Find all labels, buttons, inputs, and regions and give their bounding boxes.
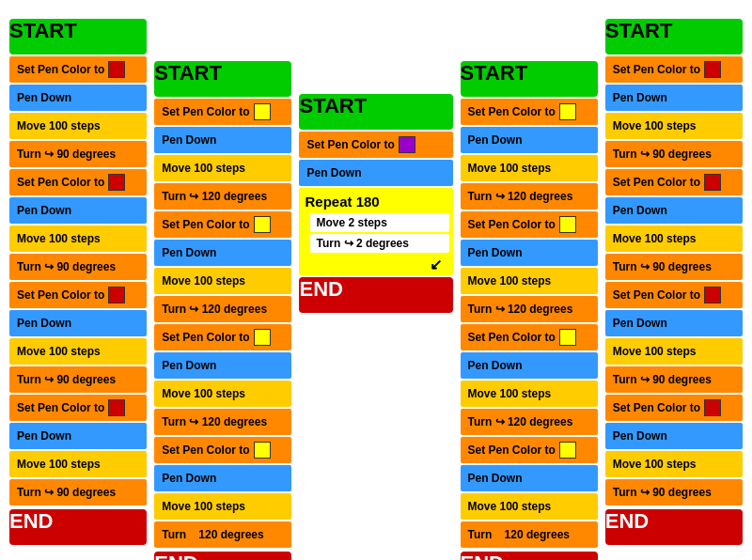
set-pen-color-2-1: Set Pen Color to: [154, 99, 291, 125]
set-pen-color-4-2: Set Pen Color to: [461, 211, 598, 238]
set-pen-color-2-4: Set Pen Color to: [154, 437, 291, 463]
move-100-4-2: Move 100 steps: [461, 268, 598, 294]
color-swatch-red: [108, 61, 125, 78]
set-pen-color-2-3: Set Pen Color to: [154, 324, 291, 350]
turn-90-1: Turn ↪ 90 degrees: [9, 141, 147, 167]
color-swatch-red-3: [108, 287, 125, 303]
set-pen-color-5-1: Set Pen Color to: [605, 56, 743, 83]
color-swatch-4-yellow-1: [559, 103, 576, 120]
set-pen-color-3: Set Pen Color to: [9, 282, 147, 308]
turn-120-2-1: Turn ↪ 120 degrees: [154, 183, 291, 210]
move-100-2-2: Move 100 steps: [154, 268, 291, 294]
pen-down-2-2: Pen Down: [154, 240, 291, 266]
turn-90-5-1: Turn ↪ 90 degrees: [605, 141, 743, 167]
program-3-center: START Set Pen Color to Pen Down Repeat 1…: [299, 94, 452, 313]
color-swatch-red-4: [108, 399, 125, 416]
end-block-3: END: [299, 277, 452, 313]
set-pen-color-5-3: Set Pen Color to: [605, 282, 743, 308]
set-pen-color-4-1: Set Pen Color to: [461, 99, 598, 125]
set-pen-color-5-4: Set Pen Color to: [605, 395, 743, 421]
move-100-4-1: Move 100 steps: [461, 155, 598, 181]
pen-down-4-1: Pen Down: [461, 127, 598, 153]
turn-90-3: Turn ↪ 90 degrees: [9, 366, 147, 393]
end-block-2: END: [154, 552, 291, 560]
move-100-2-4: Move 100 steps: [154, 493, 291, 520]
move-100-2-3: Move 100 steps: [154, 381, 291, 407]
pen-down-3: Pen Down: [9, 310, 147, 336]
set-pen-color-4: Set Pen Color to: [9, 395, 147, 421]
start-block-5: START: [605, 19, 743, 54]
end-block-4: END: [461, 552, 598, 560]
color-swatch-4-yellow-2: [559, 216, 576, 233]
pen-down-5-1: Pen Down: [605, 85, 743, 111]
repeat-header: Repeat 180: [303, 192, 448, 211]
turn-120-4-2: Turn ↪ 120 degrees: [461, 296, 598, 322]
set-pen-color-4-4: Set Pen Color to: [461, 437, 598, 463]
turn-90-5-4: Turn ↪ 90 degrees: [605, 479, 743, 506]
start-block-2: START: [154, 61, 291, 97]
color-swatch-5-red-1: [704, 61, 721, 78]
set-pen-color-1: Set Pen Color to: [9, 56, 147, 83]
turn-120-2-4: Turn 120 degrees: [154, 521, 291, 548]
move-100-3: Move 100 steps: [9, 338, 147, 365]
pen-down-5-3: Pen Down: [605, 310, 743, 336]
turn-120-4-4: Turn 120 degrees: [461, 521, 598, 548]
pen-down-2-4: Pen Down: [154, 465, 291, 491]
pen-down-2-1: Pen Down: [154, 127, 291, 153]
pen-down-1: Pen Down: [9, 85, 147, 111]
move-100-4: Move 100 steps: [9, 451, 147, 477]
color-swatch-yellow-4: [254, 442, 271, 459]
start-block-1: START: [9, 19, 147, 54]
color-swatch-yellow-1: [254, 103, 271, 120]
set-pen-color-2: Set Pen Color to: [9, 169, 147, 195]
program-4: START Set Pen Color to Pen Down Move 100…: [461, 61, 598, 560]
move-100-2-1: Move 100 steps: [154, 155, 291, 181]
end-block-5: END: [605, 509, 743, 545]
color-swatch-yellow-2: [254, 216, 271, 233]
turn-90-4: Turn ↪ 90 degrees: [9, 479, 147, 506]
pen-down-2: Pen Down: [9, 197, 147, 224]
turn-90-5-2: Turn ↪ 90 degrees: [605, 254, 743, 280]
canvas: START Set Pen Color to Pen Down Move 100…: [0, 0, 752, 560]
color-swatch-red-2: [108, 174, 125, 191]
move-100-2: Move 100 steps: [9, 226, 147, 252]
move-100-1: Move 100 steps: [9, 113, 147, 139]
pen-down-2-3: Pen Down: [154, 352, 291, 379]
color-swatch-5-red-2: [704, 174, 721, 191]
color-swatch-5-red-3: [704, 287, 721, 303]
turn-90-2: Turn ↪ 90 degrees: [9, 254, 147, 280]
move-100-4-4: Move 100 steps: [461, 493, 598, 520]
end-block-1: END: [9, 509, 147, 545]
pen-down-3-1: Pen Down: [299, 160, 452, 186]
start-block-4: START: [461, 61, 598, 97]
move-100-4-3: Move 100 steps: [461, 381, 598, 407]
set-pen-color-3-1: Set Pen Color to: [299, 132, 452, 158]
pen-down-5-2: Pen Down: [605, 197, 743, 224]
pen-down-4-3: Pen Down: [461, 352, 598, 379]
repeat-end-cap: ↙: [303, 255, 448, 273]
move-2: Move 2 steps: [310, 213, 448, 232]
move-100-5-1: Move 100 steps: [605, 113, 743, 139]
program-2: START Set Pen Color to Pen Down Move 100…: [154, 61, 291, 560]
set-pen-color-4-3: Set Pen Color to: [461, 324, 598, 350]
repeat-container: Repeat 180 Move 2 steps Turn ↪ 2 degrees…: [299, 188, 452, 275]
turn-90-5-3: Turn ↪ 90 degrees: [605, 366, 743, 393]
turn-2: Turn ↪ 2 degrees: [310, 234, 448, 253]
pen-down-4-4: Pen Down: [461, 465, 598, 491]
pen-down-5-4: Pen Down: [605, 423, 743, 449]
color-swatch-purple: [399, 136, 415, 153]
move-100-5-2: Move 100 steps: [605, 226, 743, 252]
start-block-3: START: [299, 94, 452, 130]
program-1: START Set Pen Color to Pen Down Move 100…: [9, 19, 147, 545]
color-swatch-4-yellow-3: [559, 329, 576, 346]
program-5: START Set Pen Color to Pen Down Move 100…: [605, 19, 743, 545]
color-swatch-yellow-3: [254, 329, 271, 346]
turn-120-4-1: Turn ↪ 120 degrees: [461, 183, 598, 210]
turn-120-4-3: Turn ↪ 120 degrees: [461, 409, 598, 435]
set-pen-color-2-2: Set Pen Color to: [154, 211, 291, 238]
move-100-5-3: Move 100 steps: [605, 338, 743, 365]
pen-down-4: Pen Down: [9, 423, 147, 449]
pen-down-4-2: Pen Down: [461, 240, 598, 266]
turn-120-2-3: Turn ↪ 120 degrees: [154, 409, 291, 435]
turn-120-2-2: Turn ↪ 120 degrees: [154, 296, 291, 322]
